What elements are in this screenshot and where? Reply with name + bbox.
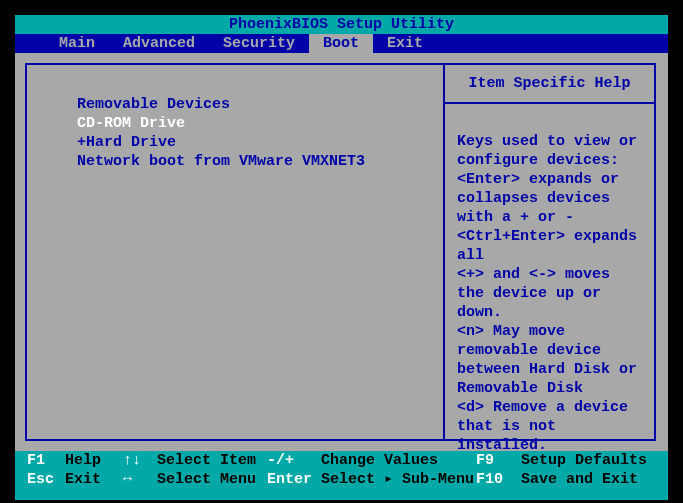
- menu-bar: Main Advanced Security Boot Exit: [15, 34, 668, 53]
- boot-order-panel: Removable Devices CD-ROM Drive +Hard Dri…: [25, 63, 445, 441]
- menu-exit[interactable]: Exit: [373, 34, 437, 53]
- boot-item-network[interactable]: Network boot from VMware VMXNET3: [77, 152, 433, 171]
- key-f10: F10: [476, 470, 521, 489]
- boot-item-harddrive[interactable]: +Hard Drive: [77, 133, 433, 152]
- label-select-item: Select Item: [157, 451, 267, 470]
- key-updown: ↑↓: [123, 451, 157, 470]
- key-esc: Esc: [27, 470, 65, 489]
- label-setup-defaults: Setup Defaults: [521, 451, 647, 470]
- help-header: Item Specific Help: [445, 65, 654, 104]
- key-leftright: ↔: [123, 470, 157, 489]
- content-area: Removable Devices CD-ROM Drive +Hard Dri…: [15, 53, 668, 451]
- title-bar: PhoenixBIOS Setup Utility: [15, 15, 668, 34]
- label-exit: Exit: [65, 470, 123, 489]
- bios-frame: PhoenixBIOS Setup Utility Main Advanced …: [15, 15, 668, 500]
- boot-item-removable[interactable]: Removable Devices: [77, 95, 433, 114]
- boot-label: CD-ROM Drive: [77, 115, 185, 132]
- footer-row-2: EscExit ↔Select Menu EnterSelect ▸ Sub-M…: [27, 470, 656, 489]
- boot-item-cdrom[interactable]: CD-ROM Drive: [77, 114, 433, 133]
- key-enter: Enter: [267, 470, 321, 489]
- label-help: Help: [65, 451, 123, 470]
- menu-boot[interactable]: Boot: [309, 34, 373, 53]
- label-select-submenu: Select ▸ Sub-Menu: [321, 470, 476, 489]
- boot-label: Hard Drive: [86, 134, 176, 151]
- key-f9: F9: [476, 451, 521, 470]
- menu-main[interactable]: Main: [45, 34, 109, 53]
- footer-row-1: F1Help ↑↓Select Item -/+Change Values F9…: [27, 451, 656, 470]
- label-save-exit: Save and Exit: [521, 470, 638, 489]
- menu-advanced[interactable]: Advanced: [109, 34, 209, 53]
- footer-bar: F1Help ↑↓Select Item -/+Change Values F9…: [15, 451, 668, 489]
- key-f1: F1: [27, 451, 65, 470]
- label-select-menu: Select Menu: [157, 470, 267, 489]
- boot-label: Removable Devices: [77, 96, 230, 113]
- label-change-values: Change Values: [321, 451, 476, 470]
- help-panel: Item Specific Help Keys used to view or …: [445, 63, 656, 441]
- menu-security[interactable]: Security: [209, 34, 309, 53]
- boot-label: Network boot from VMware VMXNET3: [77, 153, 365, 170]
- boot-prefix: +: [77, 134, 86, 151]
- help-body: Keys used to view or configure devices:<…: [445, 104, 654, 465]
- key-minusplus: -/+: [267, 451, 321, 470]
